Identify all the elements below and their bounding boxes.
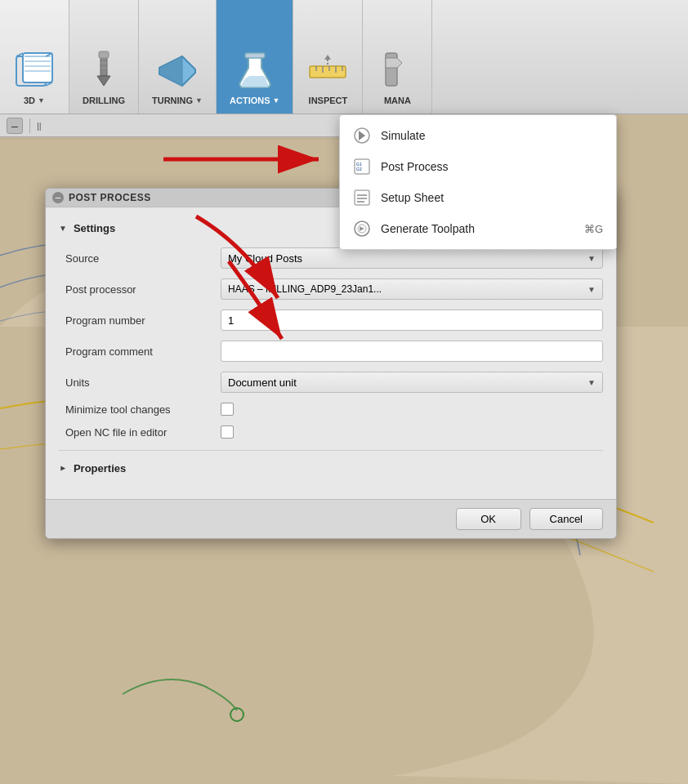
svg-rect-33 <box>355 190 369 205</box>
toolbar-secondary: – || <box>0 114 343 137</box>
toolbar-label-turning: TURNING ▼ <box>152 96 203 105</box>
minimize-tool-changes-row: Minimize tool changes <box>59 398 603 421</box>
toolbar-label-actions: ACTIONS ▼ <box>230 96 279 105</box>
actions-dropdown-menu: Simulate G1 G2 Post Process Setup Sheet <box>339 114 617 250</box>
inspect-icon <box>306 50 349 92</box>
properties-section: ▼ Properties <box>59 450 603 486</box>
program-number-label: Program number <box>59 305 214 336</box>
dialog-title: POST PROCESS <box>69 192 151 203</box>
svg-rect-14 <box>99 51 109 58</box>
program-comment-label: Program comment <box>59 336 214 367</box>
simulate-label: Simulate <box>381 129 603 142</box>
toolbar-separator <box>29 118 30 133</box>
post-processor-label: Post processor <box>59 274 214 305</box>
generate-toolpath-shortcut: ⌘G <box>584 223 603 235</box>
post-processor-row: Post processor HAAS – MILLING_ADP9_23Jan… <box>59 274 603 305</box>
toolbar-label-3d: 3D ▼ <box>24 96 45 105</box>
ok-button[interactable]: OK <box>456 508 521 530</box>
settings-triangle-icon: ▼ <box>59 224 67 233</box>
open-nc-file-label: Open NC file in editor <box>59 421 214 443</box>
source-select-arrow-icon: ▼ <box>587 254 596 263</box>
units-select[interactable]: Document unit ▼ <box>221 372 603 393</box>
post-process-icon: G1 G2 <box>353 158 371 176</box>
svg-rect-18 <box>245 53 265 58</box>
toolbar-item-inspect[interactable]: INSPECT <box>293 0 363 114</box>
properties-label: Properties <box>74 462 126 474</box>
zoom-minus-button[interactable]: – <box>7 118 23 134</box>
source-label: Source <box>59 243 214 274</box>
toolbar-item-turning[interactable]: TURNING ▼ <box>139 0 217 114</box>
toolbar-item-3d[interactable]: 3D ▼ <box>0 0 69 114</box>
svg-marker-28 <box>386 58 402 68</box>
open-nc-file-row: Open NC file in editor <box>59 421 603 443</box>
svg-text:G2: G2 <box>356 167 362 172</box>
menu-item-post-process[interactable]: G1 G2 Post Process <box>340 151 616 182</box>
toolbar-secondary-label: || <box>37 121 42 131</box>
generate-toolpath-label: Generate Toolpath <box>381 222 574 235</box>
units-label: Units <box>59 367 214 398</box>
program-comment-input-cell <box>214 336 603 367</box>
menu-item-generate-toolpath[interactable]: Generate Toolpath ⌘G <box>340 213 616 244</box>
simulate-icon <box>353 127 371 145</box>
cancel-button[interactable]: Cancel <box>529 508 603 530</box>
program-number-row: Program number <box>59 305 603 336</box>
minimize-tool-changes-input-cell <box>214 398 603 421</box>
menu-item-simulate[interactable]: Simulate <box>340 120 616 151</box>
toolbar-item-drilling[interactable]: DRILLING <box>69 0 139 114</box>
post-processor-select-arrow-icon: ▼ <box>587 285 596 294</box>
program-comment-row: Program comment <box>59 336 603 367</box>
post-processor-select[interactable]: HAAS – MILLING_ADP9_23Jan1... ▼ <box>221 278 603 300</box>
dialog-minimize-button[interactable]: – <box>52 192 64 203</box>
svg-marker-26 <box>324 55 331 60</box>
3d-icon <box>13 50 56 92</box>
program-number-input[interactable] <box>221 310 603 331</box>
generate-toolpath-icon <box>353 220 371 238</box>
units-select-arrow-icon: ▼ <box>587 378 596 387</box>
dialog-body: ▼ Settings Source My Cloud Posts ▼ Post … <box>46 207 616 499</box>
post-processor-input-cell: HAAS – MILLING_ADP9_23Jan1... ▼ <box>214 274 603 305</box>
settings-form: Source My Cloud Posts ▼ Post processor H… <box>59 243 603 443</box>
units-input-cell: Document unit ▼ <box>214 367 603 398</box>
program-number-input-cell <box>214 305 603 336</box>
actions-icon <box>234 50 276 92</box>
drilling-icon <box>83 50 125 92</box>
open-nc-file-checkbox[interactable] <box>221 425 234 439</box>
menu-item-setup-sheet[interactable]: Setup Sheet <box>340 182 616 213</box>
3d-dropdown-chevron: ▼ <box>38 96 45 105</box>
manage-icon <box>376 50 418 92</box>
units-row: Units Document unit ▼ <box>59 367 603 398</box>
toolbar: 3D ▼ DRILLING <box>0 0 688 114</box>
actions-dropdown-chevron: ▼ <box>273 96 280 105</box>
source-select[interactable]: My Cloud Posts ▼ <box>221 247 603 269</box>
program-comment-input[interactable] <box>221 341 603 362</box>
properties-section-header[interactable]: ▼ Properties <box>59 457 603 479</box>
open-nc-file-input-cell <box>214 421 603 443</box>
turning-icon <box>156 50 199 92</box>
toolbar-label-drilling: DRILLING <box>83 96 125 105</box>
svg-rect-4 <box>23 53 52 82</box>
settings-label: Settings <box>74 222 115 234</box>
post-process-label: Post Process <box>381 160 603 173</box>
properties-triangle-icon: ▼ <box>58 465 67 473</box>
svg-rect-19 <box>310 66 346 78</box>
toolbar-label-inspect: INSPECT <box>309 96 348 105</box>
toolbar-label-manage: MANA <box>384 96 411 105</box>
setup-sheet-icon <box>353 189 371 207</box>
turning-dropdown-chevron: ▼ <box>195 96 203 105</box>
dialog-footer: OK Cancel <box>46 499 616 538</box>
toolbar-item-actions[interactable]: ACTIONS ▼ <box>217 0 293 114</box>
minimize-tool-changes-checkbox[interactable] <box>221 403 234 416</box>
toolbar-item-manage[interactable]: MANA <box>363 0 432 114</box>
minimize-tool-changes-label: Minimize tool changes <box>59 398 214 421</box>
setup-sheet-label: Setup Sheet <box>381 191 603 204</box>
svg-marker-13 <box>97 76 110 86</box>
